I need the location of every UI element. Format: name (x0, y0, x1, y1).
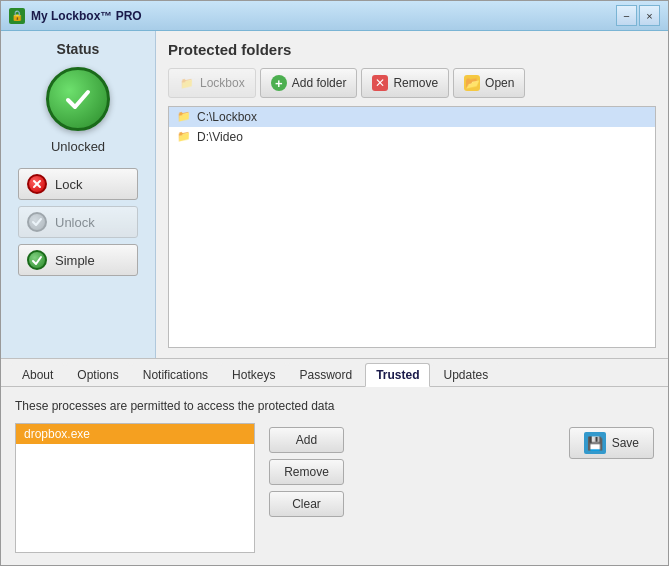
tab-hotkeys[interactable]: Hotkeys (221, 363, 286, 386)
unlock-button-icon (27, 212, 47, 232)
left-panel: Status Unlocked Lock (1, 31, 156, 358)
bottom-nav: About Options Notifications Hotkeys Pass… (1, 358, 668, 565)
file-icon-1: 📁 (177, 110, 191, 124)
process-item-dropbox[interactable]: dropbox.exe (16, 424, 254, 444)
process-list: dropbox.exe (15, 423, 255, 553)
tab-about[interactable]: About (11, 363, 64, 386)
tab-trusted[interactable]: Trusted (365, 363, 430, 387)
simple-button[interactable]: Simple (18, 244, 138, 276)
nav-tabs: About Options Notifications Hotkeys Pass… (1, 359, 668, 387)
title-bar: 🔒 My Lockbox™ PRO − × (1, 1, 668, 31)
lockbox-icon: 📁 (179, 75, 195, 91)
main-content: Status Unlocked Lock (1, 31, 668, 358)
file-item-d-video[interactable]: 📁 D:\Video (169, 127, 655, 147)
add-process-button[interactable]: Add (269, 427, 344, 453)
remove-icon: ✕ (372, 75, 388, 91)
simple-button-label: Simple (55, 253, 95, 268)
lockbox-button[interactable]: 📁 Lockbox (168, 68, 256, 98)
trusted-description: These processes are permitted to access … (15, 399, 654, 413)
add-folder-icon: + (271, 75, 287, 91)
save-button[interactable]: 💾 Save (569, 427, 654, 459)
process-name-dropbox: dropbox.exe (24, 427, 90, 441)
file-list: 📁 C:\Lockbox 📁 D:\Video (168, 106, 656, 348)
add-folder-label: Add folder (292, 76, 347, 90)
folder-toolbar: 📁 Lockbox + Add folder ✕ Remove 📂 Open (168, 68, 656, 98)
file-path-1: C:\Lockbox (197, 110, 257, 124)
unlock-button-label: Unlock (55, 215, 95, 230)
tab-updates[interactable]: Updates (432, 363, 499, 386)
trusted-content: dropbox.exe Add Remove Clear 💾 Save (15, 423, 654, 553)
tab-notifications[interactable]: Notifications (132, 363, 219, 386)
trusted-actions: Add Remove Clear (269, 423, 344, 553)
simple-button-icon (27, 250, 47, 270)
lock-button-label: Lock (55, 177, 82, 192)
open-icon: 📂 (464, 75, 480, 91)
save-label: Save (612, 436, 639, 450)
app-icon: 🔒 (9, 8, 25, 24)
status-text: Unlocked (51, 139, 105, 154)
trusted-panel: These processes are permitted to access … (1, 387, 668, 565)
remove-label: Remove (393, 76, 438, 90)
tab-options[interactable]: Options (66, 363, 129, 386)
file-icon-2: 📁 (177, 130, 191, 144)
minimize-button[interactable]: − (616, 5, 637, 26)
right-panel: Protected folders 📁 Lockbox + Add folder… (156, 31, 668, 358)
lockbox-label: Lockbox (200, 76, 245, 90)
file-path-2: D:\Video (197, 130, 243, 144)
save-icon: 💾 (584, 432, 606, 454)
open-label: Open (485, 76, 514, 90)
lock-button[interactable]: Lock (18, 168, 138, 200)
unlock-button[interactable]: Unlock (18, 206, 138, 238)
main-window: 🔒 My Lockbox™ PRO − × Status Unlocked (0, 0, 669, 566)
open-folder-button[interactable]: 📂 Open (453, 68, 525, 98)
save-section: 💾 Save (569, 423, 654, 553)
clear-process-button[interactable]: Clear (269, 491, 344, 517)
section-title: Protected folders (168, 41, 656, 58)
remove-folder-button[interactable]: ✕ Remove (361, 68, 449, 98)
status-icon-unlocked (46, 67, 110, 131)
process-list-container: dropbox.exe (15, 423, 255, 553)
close-button[interactable]: × (639, 5, 660, 26)
window-controls: − × (616, 5, 660, 26)
add-folder-button[interactable]: + Add folder (260, 68, 358, 98)
status-label: Status (57, 41, 100, 57)
lock-button-icon (27, 174, 47, 194)
app-title: My Lockbox™ PRO (31, 9, 616, 23)
file-item-c-lockbox[interactable]: 📁 C:\Lockbox (169, 107, 655, 127)
remove-process-button[interactable]: Remove (269, 459, 344, 485)
tab-password[interactable]: Password (288, 363, 363, 386)
